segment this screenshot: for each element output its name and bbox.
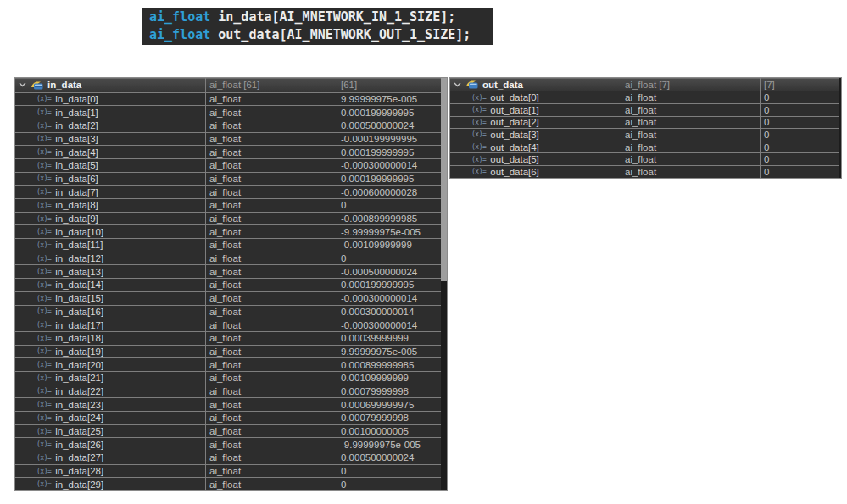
table-row[interactable]: (x)=in_data[19]ai_float9.99999975e-005 <box>15 345 441 358</box>
table-row[interactable]: (x)=in_data[0]ai_float9.99999975e-005 <box>15 92 441 106</box>
row-value-cell[interactable]: 9.99999975e-005 <box>337 93 441 106</box>
row-name-cell: (x)=out_data[5] <box>450 153 621 165</box>
variable-icon: (x)= <box>36 135 51 142</box>
row-value-cell[interactable]: 0 <box>761 117 839 129</box>
array-header-row-in_data[interactable]: in_data ai_float [61] [61] <box>15 78 441 92</box>
debugger-variables-view: ai_float in_data[AI_MNETWORK_IN_1_SIZE];… <box>0 0 847 504</box>
row-name-cell: (x)=in_data[13] <box>15 265 206 278</box>
table-row[interactable]: (x)=in_data[7]ai_float-0.000600000028 <box>15 185 441 198</box>
row-type-cell: ai_float <box>206 425 337 438</box>
row-value-cell[interactable]: 0 <box>761 166 839 178</box>
row-value-cell[interactable]: 0 <box>337 252 441 265</box>
row-value-cell[interactable]: -0.000600000028 <box>337 186 441 198</box>
row-value-cell[interactable]: 0.00039999999 <box>337 332 441 345</box>
row-value-cell[interactable]: 0 <box>337 199 441 212</box>
table-row[interactable]: (x)=in_data[28]ai_float0 <box>15 464 441 478</box>
row-value-cell[interactable]: 0 <box>761 129 839 141</box>
row-type-cell: ai_float <box>206 346 337 358</box>
table-row[interactable]: (x)=in_data[5]ai_float-0.000300000014 <box>15 158 441 172</box>
table-row[interactable]: (x)=in_data[29]ai_float0 <box>15 477 441 490</box>
variable-icon: (x)= <box>36 307 51 315</box>
table-row[interactable]: (x)=in_data[15]ai_float-0.000300000014 <box>15 291 441 305</box>
row-value-cell[interactable]: 0 <box>761 153 839 165</box>
row-name-cell: (x)=in_data[20] <box>15 358 206 371</box>
row-value-cell[interactable]: 0.00079999998 <box>337 385 441 398</box>
table-row[interactable]: (x)=in_data[6]ai_float0.000199999995 <box>15 172 441 186</box>
row-value-cell[interactable]: 0 <box>337 478 441 490</box>
table-row[interactable]: (x)=in_data[11]ai_float-0.00109999999 <box>15 238 441 252</box>
row-value-cell[interactable]: 0.000199999995 <box>337 146 441 158</box>
table-row[interactable]: (x)=in_data[25]ai_float0.00100000005 <box>15 424 441 438</box>
row-value-cell[interactable]: -9.99999975e-005 <box>337 225 441 238</box>
table-row[interactable]: (x)=in_data[3]ai_float-0.000199999995 <box>15 132 441 146</box>
row-value-cell[interactable]: 0 <box>761 104 839 116</box>
scrollbar-thumb[interactable] <box>441 78 447 281</box>
table-row[interactable]: (x)=in_data[21]ai_float0.00109999999 <box>15 371 441 385</box>
table-row[interactable]: (x)=out_data[3]ai_float0 <box>450 128 839 141</box>
chevron-down-icon[interactable] <box>19 82 29 87</box>
row-value-cell[interactable]: 0 <box>337 465 441 478</box>
row-value-cell[interactable]: 0.000300000014 <box>337 306 441 318</box>
table-row[interactable]: (x)=in_data[4]ai_float0.000199999995 <box>15 145 441 158</box>
array-header-row-out_data[interactable]: out_data ai_float [7] [7] <box>450 78 839 91</box>
table-row[interactable]: (x)=out_data[0]ai_float0 <box>450 91 839 103</box>
table-row[interactable]: (x)=in_data[23]ai_float0.000699999975 <box>15 397 441 411</box>
row-value-cell[interactable]: 0.000899999985 <box>337 358 441 371</box>
row-value-cell[interactable]: -0.000199999995 <box>337 133 441 146</box>
row-type-cell: ai_float <box>206 438 337 451</box>
row-value-cell[interactable]: -0.00109999999 <box>337 239 441 252</box>
row-type-cell: ai_float <box>206 159 337 172</box>
table-row[interactable]: (x)=in_data[8]ai_float0 <box>15 198 441 212</box>
table-row[interactable]: (x)=out_data[6]ai_float0 <box>450 165 839 178</box>
table-row[interactable]: (x)=out_data[4]ai_float0 <box>450 141 839 153</box>
table-row[interactable]: (x)=out_data[1]ai_float0 <box>450 103 839 116</box>
row-value-cell[interactable]: -0.000300000014 <box>337 292 441 305</box>
row-value-cell[interactable]: 0.00109999999 <box>337 372 441 385</box>
row-value-cell[interactable]: 0 <box>761 91 839 103</box>
table-row[interactable]: (x)=in_data[9]ai_float-0.000899999985 <box>15 212 441 225</box>
table-row[interactable]: (x)=out_data[5]ai_float0 <box>450 152 839 165</box>
variables-table-out_data: out_data ai_float [7] [7] (x)=out_data[0… <box>449 77 842 179</box>
variable-name: in_data[8] <box>55 200 98 210</box>
table-row[interactable]: (x)=in_data[18]ai_float0.00039999999 <box>15 331 441 345</box>
vertical-scrollbar[interactable] <box>441 78 447 490</box>
row-value-cell[interactable]: 0.000199999995 <box>337 106 441 119</box>
variable-name: out_data[2] <box>490 117 539 127</box>
table-row[interactable]: (x)=out_data[2]ai_float0 <box>450 116 839 129</box>
row-value-cell[interactable]: 0 <box>761 141 839 153</box>
table-row[interactable]: (x)=in_data[26]ai_float-9.99999975e-005 <box>15 437 441 451</box>
row-value-cell[interactable]: 0.00100000005 <box>337 425 441 438</box>
table-row[interactable]: (x)=in_data[2]ai_float0.000500000024 <box>15 119 441 132</box>
variable-icon: (x)= <box>36 122 51 130</box>
variable-name: out_data[3] <box>490 130 539 140</box>
row-value-cell[interactable]: 0.000199999995 <box>337 279 441 291</box>
row-value-cell[interactable]: 0.00079999998 <box>337 412 441 424</box>
table-row[interactable]: (x)=in_data[10]ai_float-9.99999975e-005 <box>15 224 441 238</box>
row-name-cell: (x)=in_data[6] <box>15 173 206 186</box>
rows-container: (x)=out_data[0]ai_float0(x)=out_data[1]a… <box>450 91 839 177</box>
chevron-down-icon[interactable] <box>454 82 464 87</box>
row-value-cell[interactable]: -0.000300000014 <box>337 159 441 172</box>
table-row[interactable]: (x)=in_data[1]ai_float0.000199999995 <box>15 105 441 119</box>
table-row[interactable]: (x)=in_data[14]ai_float0.000199999995 <box>15 278 441 291</box>
row-value-cell[interactable]: 0.000500000024 <box>337 451 441 464</box>
table-row[interactable]: (x)=in_data[22]ai_float0.00079999998 <box>15 385 441 398</box>
row-value-cell[interactable]: 9.99999975e-005 <box>337 346 441 358</box>
table-row[interactable]: (x)=in_data[24]ai_float0.00079999998 <box>15 411 441 424</box>
table-row[interactable]: (x)=in_data[20]ai_float0.000899999985 <box>15 357 441 371</box>
table-row[interactable]: (x)=in_data[12]ai_float0 <box>15 252 441 265</box>
row-name-cell: (x)=out_data[6] <box>450 166 621 178</box>
row-value-cell[interactable]: -0.000500000024 <box>337 265 441 278</box>
row-value-cell[interactable]: 0.000500000024 <box>337 119 441 132</box>
row-type-cell: ai_float <box>206 412 337 424</box>
table-row[interactable]: (x)=in_data[27]ai_float0.000500000024 <box>15 451 441 464</box>
row-value-cell[interactable]: 0.000199999995 <box>337 173 441 186</box>
row-value-cell[interactable]: -9.99999975e-005 <box>337 438 441 451</box>
row-value-cell[interactable]: -0.000899999985 <box>337 213 441 225</box>
table-row[interactable]: (x)=in_data[13]ai_float-0.000500000024 <box>15 264 441 278</box>
table-row[interactable]: (x)=in_data[16]ai_float0.000300000014 <box>15 305 441 318</box>
scrollbar-track-empty[interactable] <box>839 78 841 178</box>
table-row[interactable]: (x)=in_data[17]ai_float-0.000300000014 <box>15 318 441 331</box>
row-value-cell[interactable]: 0.000699999975 <box>337 398 441 411</box>
row-value-cell[interactable]: -0.000300000014 <box>337 318 441 331</box>
